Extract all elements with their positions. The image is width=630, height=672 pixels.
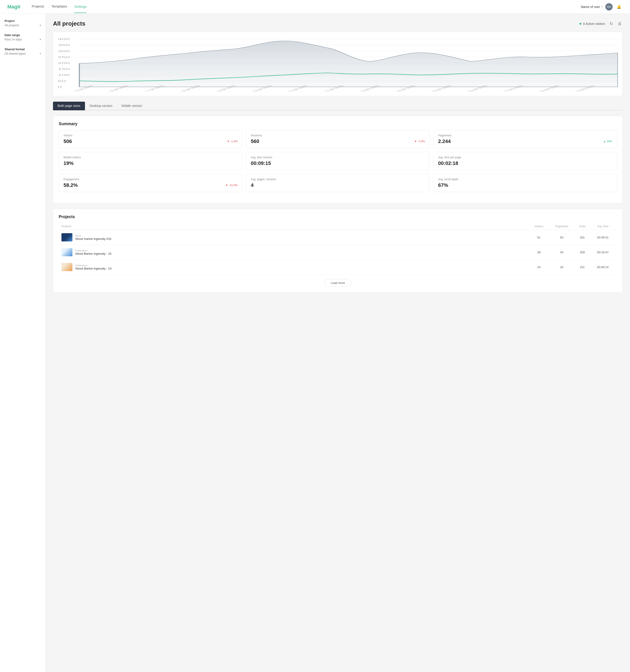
cell-avg-time: 00:16:47 xyxy=(591,250,614,254)
stat-card-avg-scroll-depth: Avg. scroll depth 67% xyxy=(433,174,617,192)
cell-visitors: 61 xyxy=(528,236,550,239)
col-header-projects: Projects xyxy=(62,225,528,228)
stat-value-sessions: 560 xyxy=(251,138,259,144)
tab-desktop-version[interactable]: Desktop version xyxy=(85,102,117,110)
stat-card-avg-time-per-page: Avg. time per page 00:02:18 xyxy=(433,152,617,170)
project-name[interactable]: About Marine ingenuity - 14 xyxy=(75,267,112,270)
project-thumbnail xyxy=(62,263,72,271)
nav-templates[interactable]: Templates xyxy=(51,4,67,9)
svg-text:350: 350 xyxy=(58,44,70,47)
page-size-tabs: Both page sizes Desktop version Mobile v… xyxy=(53,102,623,110)
cell-pageviews: 24 xyxy=(550,265,573,269)
sidebar-sharedformat-label: Shared format xyxy=(5,48,41,51)
chart-area: 400 350 300 250 200 150 100 50 0 xyxy=(58,37,618,91)
stat-card-visitors: Visitors 506 ▼ -1.4% xyxy=(59,130,242,148)
stat-value-avg-pages-session: 4 xyxy=(251,182,425,188)
stat-value-avg-time-session: 00:09:15 xyxy=(251,160,425,166)
sidebar-sharedformat-value[interactable]: All shared types ▾ xyxy=(5,52,41,55)
summary-title: Summary xyxy=(59,121,617,126)
stat-label-engagement: Engagement xyxy=(64,178,238,181)
project-name[interactable]: About Marine ingenuity - 15 xyxy=(75,252,112,255)
sidebar-daterange-value[interactable]: Past 14 days ▾ xyxy=(5,38,41,41)
table-header: Projects Visitors Pageviews Visits Avg. … xyxy=(59,223,617,230)
table-row: Publication About Marine ingenuity - 14 … xyxy=(59,260,617,274)
chevron-down-icon: ▾ xyxy=(602,5,603,8)
project-cell: Story About marine ingenuity #16 xyxy=(62,233,528,241)
header-actions: ↻ 🖨 xyxy=(609,20,623,27)
avatar[interactable]: CV xyxy=(605,3,613,10)
nav-settings[interactable]: Settings xyxy=(74,5,87,13)
stat-label-sessions: Sessions xyxy=(251,134,425,137)
stat-label-avg-time-per-page: Avg. time per page xyxy=(438,156,612,159)
col-header-visits: Visits xyxy=(573,225,591,228)
chart-container: 400 350 300 250 200 150 100 50 0 xyxy=(53,32,623,96)
layout: Project All projects ▾ Date range Past 1… xyxy=(0,14,630,672)
chevron-down-icon: ▾ xyxy=(40,38,41,41)
user-info[interactable]: Name of user ▾ xyxy=(581,5,603,9)
project-cell: Publication About Marine ingenuity - 14 xyxy=(62,263,528,271)
cell-visits: 151 xyxy=(573,265,591,269)
logo: Maglr xyxy=(7,4,21,10)
top-nav: Maglr Projects Templates Settings Name o… xyxy=(0,0,630,14)
table-row: Publication About Marine ingenuity - 15 … xyxy=(59,245,617,260)
tab-mobile-version[interactable]: Mobile version xyxy=(117,102,147,110)
refresh-button[interactable]: ↻ xyxy=(609,20,614,27)
svg-text:100: 100 xyxy=(58,74,70,76)
table-row: Story About marine ingenuity #16 61 63 1… xyxy=(59,230,617,245)
svg-text:300: 300 xyxy=(58,50,70,52)
stat-label-avg-scroll-depth: Avg. scroll depth xyxy=(438,178,612,181)
svg-text:0: 0 xyxy=(58,86,62,89)
project-thumbnail xyxy=(62,248,72,256)
nav-links: Projects Templates Settings xyxy=(32,4,581,9)
sidebar-daterange-label: Date range xyxy=(5,33,41,37)
summary-grid: Visitors 506 ▼ -1.4% Sessions 560 ▼ -2.4… xyxy=(59,130,617,192)
stat-label-mobile-visitors: Mobile visitors xyxy=(64,156,238,159)
project-type: Story xyxy=(75,234,111,237)
cell-visits: 161 xyxy=(573,236,591,239)
col-header-avg-time: Avg. time xyxy=(591,225,614,228)
project-cell: Publication About Marine ingenuity - 15 xyxy=(62,248,528,256)
stat-card-engagement: Engagement 58.2% ▼ -21.6% xyxy=(59,174,242,192)
col-header-pageviews: Pageviews xyxy=(550,225,573,228)
load-more-button[interactable]: Load more xyxy=(324,279,352,287)
project-info: Publication About Marine ingenuity - 15 xyxy=(75,249,112,255)
user-name: Name of user xyxy=(581,5,600,9)
sidebar-sharedformat-section: Shared format All shared types ▾ xyxy=(5,48,41,55)
stat-card-mobile-visitors: Mobile visitors 19% xyxy=(59,152,242,170)
chart-svg: 400 350 300 250 200 150 100 50 0 xyxy=(58,37,618,91)
active-dot-icon xyxy=(580,23,581,25)
stat-card-avg-pages-session: Avg. pages / session 4 xyxy=(246,174,430,192)
stat-label-avg-time-session: Avg. time session xyxy=(251,156,425,159)
cell-visits: 209 xyxy=(573,250,591,254)
sidebar-project-value[interactable]: All projects ▾ xyxy=(5,24,41,27)
load-more-container: Load more xyxy=(59,274,617,287)
stat-value-avg-scroll-depth: 67% xyxy=(438,182,612,188)
cell-avg-time: 00:09:14 xyxy=(591,265,614,269)
cell-pageviews: 63 xyxy=(550,236,573,239)
stat-label-pageviews: Pageviews xyxy=(438,134,612,137)
active-visitors: 0 Active visitors xyxy=(580,22,605,26)
stat-value-avg-time-per-page: 00:02:18 xyxy=(438,160,612,166)
project-info: Publication About Marine ingenuity - 14 xyxy=(75,264,112,270)
project-info: Story About marine ingenuity #16 xyxy=(75,234,111,241)
page-title: All projects xyxy=(53,20,86,27)
nav-projects[interactable]: Projects xyxy=(32,4,44,9)
nav-right: Name of user ▾ CV 🔔 xyxy=(581,3,623,10)
stat-value-pageviews: 2.244 xyxy=(438,138,451,144)
tab-both-page-sizes[interactable]: Both page sizes xyxy=(53,102,85,110)
svg-text:200: 200 xyxy=(58,62,70,65)
svg-text:400: 400 xyxy=(58,38,70,41)
project-name[interactable]: About marine ingenuity #16 xyxy=(75,237,111,241)
stat-label-avg-pages-session: Avg. pages / session xyxy=(251,178,425,181)
notification-bell-icon[interactable]: 🔔 xyxy=(615,3,623,10)
stat-change-pageviews: ▲ 30% xyxy=(603,140,612,143)
svg-text:50: 50 xyxy=(58,80,66,82)
projects-section-title: Projects xyxy=(59,215,617,219)
active-visitors-text: 0 Active visitors xyxy=(583,22,605,26)
project-type: Publication xyxy=(75,264,112,267)
projects-section: Projects Projects Visitors Pageviews Vis… xyxy=(53,209,623,292)
stat-change-visitors: ▼ -1.4% xyxy=(227,140,238,143)
project-type: Publication xyxy=(75,249,112,252)
print-button[interactable]: 🖨 xyxy=(617,20,623,27)
stat-value-engagement: 58.2% xyxy=(64,182,78,188)
